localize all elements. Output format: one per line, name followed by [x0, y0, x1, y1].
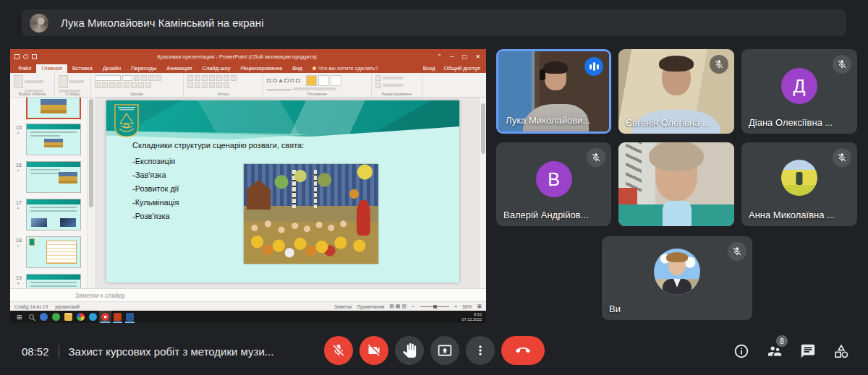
thumbnails-scrollbar[interactable]	[87, 98, 95, 288]
avatar-initial: Д	[781, 68, 817, 104]
present-screen-button[interactable]	[430, 336, 459, 365]
meeting-details-button[interactable]	[733, 343, 749, 359]
ribbon-options-icon: ⌃	[437, 53, 442, 60]
ppt-window-buttons: ⌃─▢✕	[437, 53, 482, 60]
minimize-icon: ─	[450, 53, 454, 60]
ppt-window-title: Красивая презентация - PowerPoint (Сбой …	[37, 53, 437, 60]
participant-tile-valerii[interactable]: В Валерій Андрійов...	[496, 142, 611, 226]
presenting-banner: Лука Миколайович Камінський на екрані	[22, 9, 846, 36]
participant-name: Євгенія Олегівна ...	[626, 117, 710, 128]
file-explorer-icon	[62, 311, 75, 323]
taskbar-app-multicolor	[75, 311, 87, 323]
thumbnail-number: 19	[16, 275, 22, 280]
meeting-title: Захист курсових робіт з методики музи...	[69, 345, 274, 358]
ribbon-group-paragraph: Абзац	[184, 73, 263, 97]
slide-photo-children-performance	[244, 164, 378, 264]
taskbar-app-blue	[38, 311, 50, 323]
ribbon-group-drawing: Рисование	[263, 73, 372, 97]
powerpoint-icon	[111, 311, 124, 323]
slide-thumbnail	[26, 274, 81, 288]
participant-tile-tetiana[interactable]: Тетяна Вадимівна ...	[618, 142, 734, 226]
slide-thumbnail	[26, 236, 81, 268]
slide-counter: Слайд 14 из 19	[14, 304, 48, 309]
participant-name: Анна Миколаївна ...	[749, 210, 835, 220]
google-meet-window: Лука Миколайович Камінський на екрані Кр…	[0, 0, 868, 375]
activities-button[interactable]	[833, 343, 849, 359]
mic-off-icon	[833, 148, 851, 167]
institution-logo	[114, 103, 140, 138]
ppt-account-area: Вход Общий доступ	[417, 64, 486, 73]
slide-scrollbar[interactable]	[479, 98, 486, 288]
participant-count-badge: 8	[776, 335, 788, 347]
camera-off-button[interactable]	[359, 336, 388, 365]
tab-design: Дизайн	[98, 64, 126, 73]
participant-tile-diana[interactable]: Д Діана Олексіївна ...	[741, 49, 857, 134]
zoom-level: 56%	[462, 304, 472, 309]
ribbon-group-editing: Редактирование	[372, 73, 422, 97]
tab-file: Файл	[13, 64, 36, 73]
mic-off-icon	[728, 242, 746, 261]
notes-toggle: Заметки	[334, 304, 352, 309]
participant-tile-yevheniia[interactable]: Євгенія Олегівна ...	[618, 49, 734, 134]
participant-name: Валерій Андрійов...	[503, 210, 589, 220]
participant-name: Лука Миколайови...	[506, 115, 590, 126]
ppt-ribbon: Буфер обмена Слайды Шрифт Абзац	[10, 73, 486, 98]
thumbnail-number: 17	[16, 200, 22, 205]
thumbnail-number: 15	[16, 125, 22, 130]
close-icon: ✕	[475, 53, 480, 60]
slide-heading: Складники структури сценарію розваги, св…	[132, 141, 304, 150]
tab-home: Главная	[36, 64, 67, 73]
tell-me-search: Что вы хотите сделать?	[307, 64, 383, 73]
word-icon	[124, 311, 136, 323]
slide-thumbnail	[26, 199, 81, 230]
chat-button[interactable]	[800, 343, 816, 359]
ppt-status-bar: Слайд 14 из 19 украинский Заметки Примеч…	[10, 301, 486, 311]
share-label: Общий доступ	[444, 65, 480, 72]
view-mode-icons: ▤ ▦ ▧	[389, 303, 407, 309]
mic-off-icon	[587, 148, 605, 167]
participant-tile-luka[interactable]: Лука Миколайови...	[496, 49, 611, 134]
presenter-avatar	[30, 14, 48, 33]
ppt-slide-thumbnails-panel: 15✦ 16✦ 17✦ 18✦	[10, 98, 87, 288]
tab-insert: Вставка	[67, 64, 98, 73]
current-slide: Складники структури сценарію розваги, св…	[106, 100, 459, 283]
taskbar-search-icon	[25, 311, 38, 323]
avatar-initial: В	[536, 161, 572, 197]
tab-view: Вид	[287, 64, 307, 73]
more-options-button[interactable]	[466, 336, 495, 365]
participants-button[interactable]: 8	[767, 343, 783, 359]
ribbon-group-font: Шрифт	[91, 73, 184, 97]
opera-browser-icon	[99, 311, 111, 323]
notes-placeholder: Заметки к слайду	[75, 292, 125, 299]
raise-hand-button[interactable]	[395, 336, 424, 365]
screen-share-tile[interactable]: Красивая презентация - PowerPoint (Сбой …	[10, 49, 486, 323]
language-indicator: украинский	[55, 304, 80, 309]
participant-name: Діана Олексіївна ...	[749, 117, 833, 128]
tab-review: Рецензирование	[235, 64, 287, 73]
ribbon-group-slides: Слайды	[55, 73, 91, 97]
thumbnail-number: 18	[16, 238, 22, 243]
ppt-notes-area: Заметки к слайду	[10, 288, 486, 301]
mic-mute-button[interactable]	[324, 336, 353, 365]
tab-transitions: Переходы	[126, 64, 161, 73]
webcam-video	[618, 142, 734, 226]
ribbon-group-clipboard: Буфер обмена	[10, 73, 55, 97]
participant-tile-anna[interactable]: Анна Миколаївна ...	[741, 142, 857, 226]
taskbar-app-green	[50, 311, 62, 323]
ppt-quick-access-toolbar	[14, 54, 37, 59]
comments-toggle: Примечания	[357, 304, 385, 309]
ppt-titlebar: Красивая презентация - PowerPoint (Сбой …	[10, 49, 486, 64]
end-call-button[interactable]	[501, 336, 545, 365]
mic-off-icon	[833, 55, 851, 74]
start-button: ⊞	[13, 311, 25, 323]
sign-in-label: Вход	[423, 65, 435, 72]
divider	[59, 345, 59, 358]
ppt-ribbon-tabs: Файл Главная Вставка Дизайн Переходы Ани…	[10, 64, 486, 73]
participant-tile-you[interactable]: Ви	[602, 236, 752, 320]
thumbnail-number: 16	[16, 163, 22, 168]
slide-thumbnail	[26, 161, 81, 193]
tab-slideshow: Слайд-шоу	[197, 64, 236, 73]
zoom-in-icon: +	[454, 303, 458, 310]
avatar-photo	[654, 249, 700, 295]
zoom-slider	[420, 306, 449, 307]
